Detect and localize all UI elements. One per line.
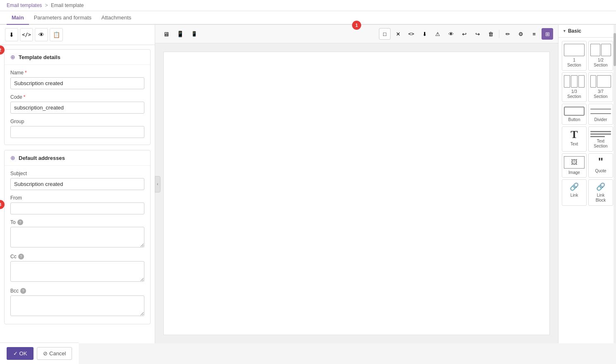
group-select[interactable]: [10, 126, 144, 138]
block-quote-label: Quote: [595, 169, 606, 173]
left-toolbar: ⬇ </> 👁 📋: [0, 25, 155, 45]
breadcrumb-parent[interactable]: Email templates: [7, 2, 42, 8]
move-button[interactable]: ✕: [392, 28, 404, 40]
right-panel-header: ▼ Basic: [558, 25, 616, 38]
name-required: *: [25, 70, 27, 76]
code-input[interactable]: [10, 102, 144, 114]
badge-1: 1: [352, 21, 361, 30]
block-text-label: Text: [570, 142, 578, 146]
ok-button[interactable]: ✓ OK: [7, 347, 34, 360]
block-divider-icon: [590, 107, 611, 116]
tablet-button[interactable]: 📱: [174, 28, 186, 40]
block-text-section-label: TextSection: [594, 139, 607, 149]
left-content: ⊕ Template details Name *: [0, 45, 155, 343]
block-image-label: Image: [568, 170, 580, 175]
collapse-icon-2[interactable]: ⊕: [10, 155, 15, 161]
default-addresses-card: ⊕ Default addresses Subject From: [4, 150, 151, 324]
template-details-title: Template details: [19, 54, 60, 60]
cc-input[interactable]: [10, 261, 144, 282]
block-divider[interactable]: Divider: [588, 104, 613, 125]
bottom-bar: ✓ OK ⊘ Cancel: [0, 343, 79, 364]
code-required: *: [24, 94, 26, 100]
preview-button[interactable]: 👁: [35, 28, 48, 41]
block-half-section-icon: [590, 44, 611, 56]
bcc-group: Bcc ?: [10, 288, 144, 317]
block-half-section-label: 1/2Section: [594, 58, 607, 68]
block-divider-label: Divider: [594, 117, 607, 122]
block-37-section-label: 3/7Section: [594, 89, 607, 99]
from-input[interactable]: [10, 202, 144, 214]
tabs-bar: Main Parameters and formats Attachments: [0, 11, 616, 25]
code-view-button[interactable]: <>: [405, 28, 417, 40]
block-button[interactable]: Button: [562, 104, 587, 125]
block-1-section-label: 1Section: [567, 58, 581, 68]
name-input[interactable]: [10, 77, 144, 89]
undo-button[interactable]: ↩: [458, 28, 470, 40]
mobile-button[interactable]: 📱: [188, 28, 200, 40]
block-1-section[interactable]: 1Section: [562, 41, 587, 71]
copy-button[interactable]: 📋: [50, 28, 63, 41]
right-panel-title: Basic: [568, 28, 581, 34]
redo-button[interactable]: ↪: [472, 28, 483, 40]
menu-button[interactable]: ≡: [528, 28, 540, 40]
cancel-button[interactable]: ⊘ Cancel: [37, 347, 72, 360]
panel-collapse-button[interactable]: ‹: [155, 176, 161, 193]
block-third-section[interactable]: 1/3Section: [562, 72, 587, 102]
block-37-section-icon: [590, 75, 611, 88]
pen-button[interactable]: ✏: [502, 28, 513, 40]
code-button[interactable]: </>: [20, 28, 33, 41]
top-bar: Email templates > Email template: [0, 0, 616, 11]
collapse-icon[interactable]: ⊕: [10, 54, 15, 60]
canvas-action-buttons: □ ✕ <> ⬇ ⚠ 👁 ↩ ↪ 🗑 ✏ ⚙ ≡ ⊞: [379, 28, 553, 40]
block-button-icon: [564, 107, 585, 116]
tab-parameters[interactable]: Parameters and formats: [29, 11, 96, 24]
tab-attachments[interactable]: Attachments: [96, 11, 136, 24]
block-image[interactable]: 🖼 Image: [562, 153, 587, 178]
to-input[interactable]: [10, 227, 144, 247]
main-layout: 2 ⬇ </> 👁 📋 ⊕ Template details: [0, 25, 616, 343]
block-third-section-label: 1/3Section: [567, 89, 581, 99]
canvas-body: [163, 52, 550, 335]
name-group: Name *: [10, 70, 144, 89]
subject-label: Subject: [10, 171, 144, 176]
warning-button[interactable]: ⚠: [432, 28, 443, 40]
breadcrumb-separator: >: [45, 2, 48, 8]
block-link-icon: 🔗: [570, 182, 579, 191]
bcc-label: Bcc ?: [10, 288, 144, 294]
block-quote-icon: ": [598, 156, 603, 167]
cc-help-icon: ?: [18, 254, 24, 259]
right-panel: ▼ Basic 1Section 1/2Section: [558, 25, 616, 343]
desktop-button[interactable]: 🖥: [160, 28, 172, 40]
bcc-input[interactable]: [10, 295, 144, 316]
block-image-icon: 🖼: [564, 156, 585, 169]
canvas-area: 1 🖥 📱 📱 □ ✕ <> ⬇ ⚠ 👁 ↩ ↪ 🗑 ✏ ⚙ ≡: [155, 25, 558, 343]
default-addresses-body: Subject From To ?: [5, 166, 150, 324]
from-group: From: [10, 195, 144, 214]
eye-button[interactable]: 👁: [445, 28, 457, 40]
delete-button[interactable]: 🗑: [485, 28, 496, 40]
to-label: To ?: [10, 219, 144, 225]
group-group: Group: [10, 119, 144, 138]
block-link-label: Link: [570, 193, 578, 197]
block-37-section[interactable]: 3/7Section: [588, 72, 613, 102]
subject-group: Subject: [10, 171, 144, 190]
panel-collapse-chevron: ▼: [563, 29, 566, 33]
block-text-section[interactable]: TextSection: [588, 126, 613, 152]
block-half-section[interactable]: 1/2Section: [588, 41, 613, 71]
block-quote[interactable]: " Quote: [588, 153, 613, 178]
save-button[interactable]: ⬇: [5, 28, 18, 41]
block-link-block[interactable]: 🔗 LinkBlock: [588, 179, 613, 206]
select-button[interactable]: □: [379, 28, 391, 40]
tab-main[interactable]: Main: [7, 11, 29, 25]
block-text[interactable]: T Text: [562, 126, 587, 152]
grid-button[interactable]: ⊞: [542, 28, 553, 40]
download-button[interactable]: ⬇: [419, 28, 430, 40]
block-text-icon: T: [570, 129, 578, 140]
subject-input[interactable]: [10, 178, 144, 190]
block-link[interactable]: 🔗 Link: [562, 179, 587, 206]
default-addresses-title: Default addresses: [19, 155, 65, 161]
scrollbar-thumb: [614, 33, 616, 66]
default-addresses-header: ⊕ Default addresses: [5, 150, 150, 166]
settings-button[interactable]: ⚙: [515, 28, 527, 40]
right-panel-scrollbar[interactable]: [614, 25, 616, 343]
